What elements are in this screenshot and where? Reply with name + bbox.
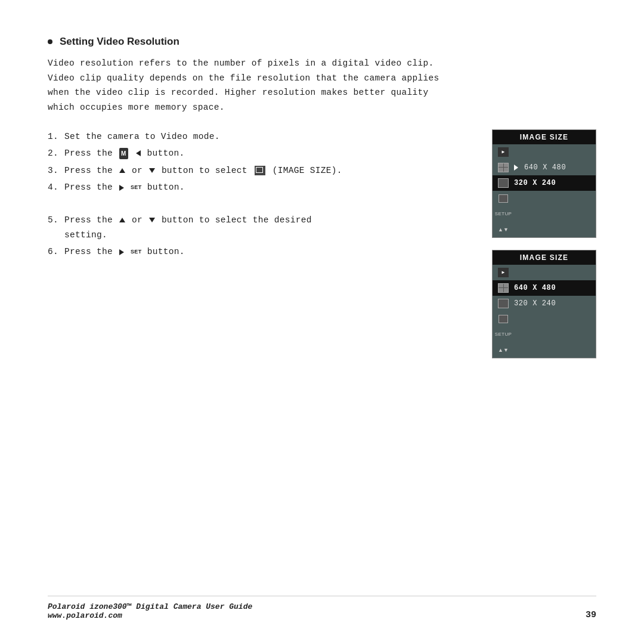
menu-2-header: IMAGE SIZE [493, 250, 596, 265]
menu-1-body: 640 X 480 320 X 240 [493, 144, 596, 237]
menu-1-icon-4 [496, 194, 510, 203]
step-4-num: 4. [48, 180, 61, 195]
setup-icon-1: SETUP [495, 211, 512, 216]
step-5: 5. Press the or button to select the des… [48, 213, 474, 242]
step-4-text: Press the SET button. [64, 180, 474, 195]
step-6-num: 6. [48, 244, 61, 259]
menu-1-row-4 [493, 191, 596, 206]
menu-2-text-3: 320 X 240 [514, 299, 592, 308]
step-3-text: Press the or button to select (IMAGE SIZ… [64, 163, 474, 178]
menu-1-header: IMAGE SIZE [493, 130, 596, 144]
right-arrow-icon-2 [119, 249, 124, 255]
menu-1-icon-6: ▲▼ [496, 227, 510, 233]
menu-1-text-3: 320 X 240 [514, 179, 592, 187]
img-icon-1 [498, 178, 509, 188]
up-arrow-icon-2 [119, 218, 125, 222]
image-size-icon [255, 166, 265, 175]
steps-group-2: 5. Press the or button to select the des… [48, 213, 474, 259]
down-arrow-icon [149, 168, 155, 173]
menu-panel-1: IMAGE SIZE [492, 129, 596, 238]
down-arrow-icon-2 [149, 218, 155, 222]
menu-2-icon-5: SETUP [496, 332, 510, 337]
menu-2-row-5: SETUP [493, 327, 596, 342]
bullet-icon [48, 39, 52, 44]
step-1-text: Set the camera to Video mode. [64, 129, 474, 144]
menu-1-icon-2 [496, 163, 510, 172]
av-icon-2: ▲▼ [498, 347, 509, 353]
set-label-1: SET [131, 184, 142, 190]
small-icon-1 [499, 194, 508, 203]
step-4: 4. Press the SET button. [48, 180, 474, 195]
left-arrow-icon [136, 150, 141, 156]
up-arrow-icon [119, 168, 125, 173]
menu-1-row-2: 640 X 480 [493, 160, 596, 175]
step-5-num: 5. [48, 213, 61, 228]
step-1: 1. Set the camera to Video mode. [48, 129, 474, 144]
step-1-num: 1. [48, 129, 61, 144]
m-icon: M [119, 148, 128, 159]
menu-2-row-4 [493, 311, 596, 327]
steps-list-2: 5. Press the or button to select the des… [48, 213, 474, 259]
menu-2-text-2: 640 X 480 [514, 284, 592, 292]
menu-2-icon-2 [496, 283, 510, 293]
small-icon-2 [499, 315, 508, 323]
steps-column: 1. Set the camera to Video mode. 2. Pres… [48, 129, 474, 277]
footer-url: www.polaroid.com [48, 611, 252, 620]
4grid-icon-2 [498, 283, 509, 293]
img-icon-2 [498, 299, 509, 308]
4grid-icon-1 [498, 163, 509, 172]
steps-list-1: 1. Set the camera to Video mode. 2. Pres… [48, 129, 474, 196]
menu-1-arrow-2 [514, 165, 518, 171]
menu-2-row-1 [493, 265, 596, 280]
page-number: 39 [586, 610, 596, 620]
menu-2-icon-4 [496, 315, 510, 323]
menu-1-row-1 [493, 144, 596, 160]
step-6-text: Press the SET button. [64, 244, 474, 259]
panels-column: IMAGE SIZE [492, 129, 596, 358]
step-2-num: 2. [48, 146, 61, 161]
step-2: 2. Press the M button. [48, 146, 474, 161]
main-layout: 1. Set the camera to Video mode. 2. Pres… [48, 129, 596, 358]
footer-brand: Polaroid izone300™ Digital Camera User G… [48, 602, 252, 611]
right-arrow-icon-1 [119, 185, 124, 191]
page-content: Setting Video Resolution Video resolutio… [0, 0, 644, 394]
footer-left: Polaroid izone300™ Digital Camera User G… [48, 602, 252, 620]
steps-group-1: 1. Set the camera to Video mode. 2. Pres… [48, 129, 474, 196]
menu-2-icon-1 [496, 268, 510, 277]
menu-2-body: 640 X 480 320 X 240 [493, 265, 596, 358]
step-3: 3. Press the or button to select (IMAGE … [48, 163, 474, 178]
video-icon-1 [498, 147, 509, 157]
menu-1-icon-1 [496, 147, 510, 157]
menu-1-text-2: 640 X 480 [524, 163, 592, 172]
section-title: Setting Video Resolution [48, 36, 596, 48]
menu-1-row-5: SETUP [493, 206, 596, 222]
menu-1-row-3: 320 X 240 [493, 175, 596, 191]
step-6: 6. Press the SET button. [48, 244, 474, 259]
section-title-text: Setting Video Resolution [60, 36, 179, 48]
menu-2-row-2: 640 X 480 [493, 280, 596, 296]
set-label-2: SET [131, 249, 142, 255]
video-icon-2 [498, 268, 509, 277]
menu-2-icon-3 [496, 299, 510, 308]
menu-1-row-6: ▲▼ [493, 222, 596, 237]
setup-icon-2: SETUP [495, 332, 512, 337]
menu-2-row-3: 320 X 240 [493, 296, 596, 311]
menu-2-row-6: ▲▼ [493, 342, 596, 358]
intro-paragraph: Video resolution refers to the number of… [48, 56, 453, 115]
menu-1-icon-3 [496, 178, 510, 188]
av-icon-1: ▲▼ [498, 227, 509, 233]
menu-2-icon-6: ▲▼ [496, 347, 510, 353]
step-3-num: 3. [48, 163, 61, 178]
page-footer: Polaroid izone300™ Digital Camera User G… [48, 596, 596, 620]
menu-1-icon-5: SETUP [496, 211, 510, 216]
menu-panel-2: IMAGE SIZE [492, 250, 596, 358]
step-5-text: Press the or button to select the desire… [64, 213, 474, 242]
step-2-text: Press the M button. [64, 146, 474, 161]
